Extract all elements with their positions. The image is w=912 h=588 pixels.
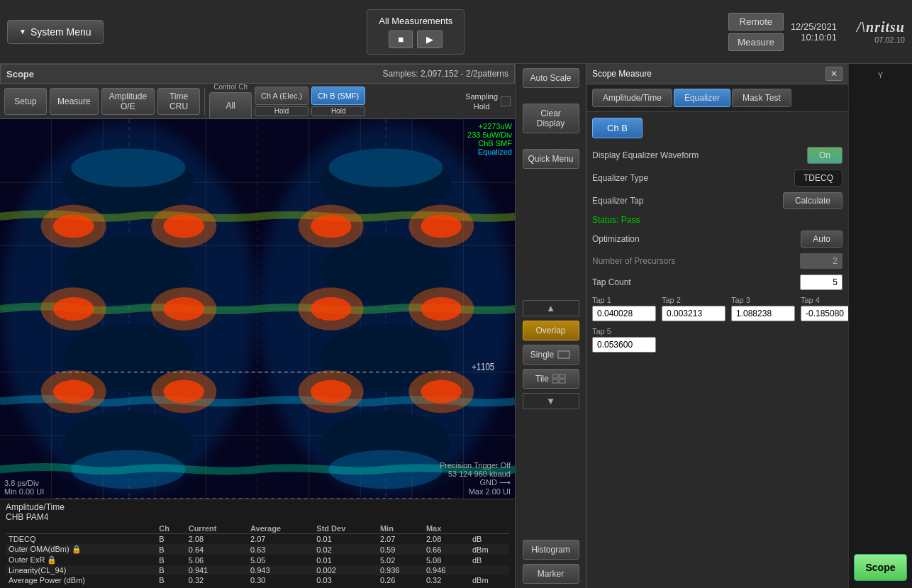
row-unit: dB [469, 555, 509, 565]
gnd-text: GND ⟶ [440, 478, 511, 487]
arrow-down-button[interactable]: ▼ [523, 393, 579, 409]
remote-button[interactable]: Remote [728, 13, 784, 30]
row-ch: B [156, 565, 185, 575]
svg-point-27 [151, 287, 216, 330]
table-row: Linearity(CL_94) B 0.941 0.943 0.002 0.9… [6, 565, 509, 575]
measure-toolbar-button[interactable]: Measure [50, 88, 99, 115]
tab-amplitude-time[interactable]: Amplitude/Time [592, 89, 672, 107]
svg-point-24 [41, 287, 106, 330]
quick-menu-button[interactable]: Quick Menu [523, 149, 579, 169]
measurement-table: Ch Current Average Std Dev Min Max TDECQ… [6, 523, 509, 585]
info-line3: ChB SMF [467, 139, 512, 148]
tap-5-input[interactable] [592, 337, 656, 353]
tap-4-col: Tap 4 [801, 296, 848, 321]
ch-b-button[interactable]: Ch B (SMF) [311, 87, 365, 105]
tap-3-col: Tap 3 [731, 296, 795, 321]
row-average: 5.05 [248, 555, 313, 565]
svg-point-31 [299, 370, 364, 413]
tap-2-input[interactable] [662, 306, 725, 321]
tap-4-label: Tap 4 [801, 296, 848, 304]
table-row: Outer ExR 🔒 B 5.06 5.05 0.01 5.02 5.08 d… [6, 555, 509, 565]
top-bar: System Menu All Measurements ■ ▶ Remote … [0, 0, 912, 64]
precursors-label: Number of Precursors [592, 256, 675, 266]
sampling-group: Sampling Hold [465, 92, 511, 111]
row-current: 0.941 [186, 565, 248, 575]
calculate-button[interactable]: Calculate [783, 192, 843, 209]
row-name: TDECQ [6, 534, 156, 545]
row-unit [469, 565, 509, 575]
tab-mask-test[interactable]: Mask Test [732, 89, 791, 107]
marker-button[interactable]: Marker [523, 564, 579, 584]
row-max: 0.32 [423, 575, 469, 585]
row-name: Outer ExR 🔒 [6, 555, 156, 565]
vert-y-label: Y [878, 71, 883, 79]
scope-measure-close-button[interactable]: ✕ [825, 67, 843, 81]
tap-count-input[interactable] [800, 274, 843, 290]
row-average: 0.63 [248, 544, 313, 555]
display-eq-on-button[interactable]: On [807, 147, 843, 164]
col-max: Max [423, 523, 469, 534]
row-max: 5.08 [423, 555, 469, 565]
tap-3-input[interactable] [731, 306, 795, 321]
setup-button[interactable]: Setup [4, 88, 47, 115]
row-stddev: 0.01 [313, 555, 377, 565]
row-average: 0.30 [248, 575, 313, 585]
overlap-button[interactable]: Overlap [523, 321, 579, 340]
auto-button[interactable]: Auto [801, 231, 843, 248]
system-menu-button[interactable]: System Menu [7, 20, 104, 44]
svg-point-28 [151, 370, 216, 413]
taps-section: Tap 1 Tap 2 Tap 3 Tap 4 [592, 296, 843, 353]
status-label: Status: [592, 215, 618, 225]
hold-label: Hold [474, 102, 490, 111]
histogram-button[interactable]: Histogram [523, 540, 579, 560]
svg-point-29 [299, 205, 364, 248]
tap-2-label: Tap 2 [662, 296, 725, 304]
measure-button[interactable]: Measure [728, 33, 784, 51]
waveform-info: +2273uW 233.5uW/Div ChB SMF Equalized [467, 122, 512, 156]
tile-label: Tile [535, 374, 549, 384]
arrow-up-button[interactable]: ▲ [523, 300, 579, 316]
info-line1: +2273uW [467, 122, 512, 131]
sampling-indicator [501, 96, 511, 106]
ch-a-button[interactable]: Ch A (Elec.) [255, 87, 308, 105]
svg-rect-39 [558, 351, 569, 358]
row-current: 5.06 [186, 555, 248, 565]
tap-count-row: Tap Count [592, 274, 843, 290]
auto-scale-button[interactable]: Auto Scale [523, 68, 579, 88]
main-content: Scope Samples: 2,097,152 - 2/2patterns S… [0, 64, 912, 588]
play-button[interactable]: ▶ [417, 30, 443, 48]
eq-tap-row: Equalizer Tap Calculate [592, 192, 843, 209]
row-name: Linearity(CL_94) [6, 565, 156, 575]
row-current: 2.08 [186, 534, 248, 545]
scope-measure-title: Scope Measure [592, 69, 652, 79]
toolbar: Setup Measure Amplitude O/E Time CRU Con… [0, 84, 515, 119]
tab-equalizer[interactable]: Equalizer [674, 89, 730, 107]
all-button[interactable]: All [209, 92, 252, 119]
tap-4-input[interactable] [801, 306, 848, 321]
row-current: 0.32 [186, 575, 248, 585]
amplitude-oe-button[interactable]: Amplitude O/E [101, 88, 155, 115]
ch-a-hold-button[interactable]: Hold [255, 106, 308, 116]
single-button[interactable]: Single [523, 345, 579, 365]
col-average: Average [248, 523, 313, 534]
right-controls-panel: Auto Scale Clear Display Quick Menu ▲ Ov… [515, 64, 586, 588]
svg-point-33 [408, 287, 474, 330]
eq-tap-label: Equalizer Tap [592, 196, 644, 206]
status-value: Pass [621, 215, 640, 225]
tile-button[interactable]: Tile [523, 369, 579, 389]
row-ch: B [156, 544, 185, 555]
stop-button[interactable]: ■ [389, 30, 413, 48]
scope-button[interactable]: Scope [854, 554, 907, 581]
svg-rect-43 [560, 379, 565, 383]
row-current: 0.64 [186, 544, 248, 555]
time-cru-button[interactable]: Time CRU [157, 88, 200, 115]
row-name: Outer OMA(dBm) 🔒 [6, 544, 156, 555]
single-icon [557, 350, 571, 360]
svg-rect-41 [560, 375, 565, 378]
eq-type-value: TDECQ [794, 170, 843, 187]
tap-3-label: Tap 3 [731, 296, 795, 304]
ch-b-hold-button[interactable]: Hold [311, 106, 365, 116]
ch-b-button[interactable]: Ch B [592, 118, 643, 138]
tap-1-input[interactable] [592, 306, 656, 321]
clear-display-button[interactable]: Clear Display [523, 104, 579, 133]
